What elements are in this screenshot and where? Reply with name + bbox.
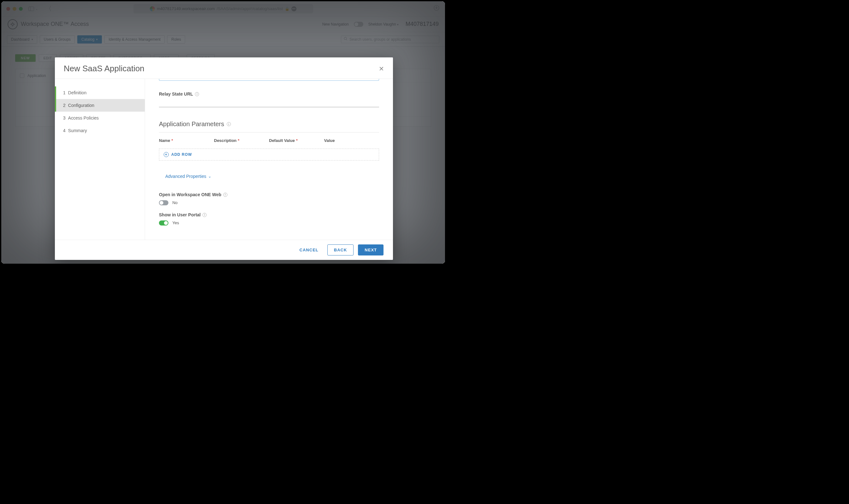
previous-field-edge: [159, 79, 379, 81]
new-saas-app-modal: New SaaS Application ✕ 1Definition 2Conf…: [55, 57, 393, 260]
add-row-button[interactable]: + ADD ROW: [159, 148, 379, 161]
add-row-label: ADD ROW: [171, 152, 192, 157]
show-portal-value: Yes: [172, 220, 179, 225]
plus-circle-icon: +: [164, 152, 169, 157]
open-ws1-toggle[interactable]: [159, 200, 168, 205]
back-button[interactable]: BACK: [327, 245, 354, 255]
close-icon[interactable]: ✕: [379, 65, 384, 73]
step-definition[interactable]: 1Definition: [55, 86, 145, 99]
advanced-properties-toggle[interactable]: Advanced Properties ⌄: [159, 170, 218, 183]
app-params-heading: Application Parameters i: [159, 121, 379, 128]
info-icon[interactable]: i: [195, 92, 199, 96]
info-icon[interactable]: i: [227, 122, 231, 126]
open-ws1-value: No: [172, 200, 178, 205]
info-icon[interactable]: i: [202, 213, 206, 217]
show-portal-toggle[interactable]: [159, 220, 168, 226]
modal-footer: CANCEL BACK NEXT: [55, 240, 393, 260]
divider: [159, 132, 379, 132]
col-description: Description*: [214, 138, 269, 143]
modal-title: New SaaS Application: [64, 64, 144, 73]
modal-header: New SaaS Application ✕: [55, 57, 393, 79]
col-default-value: Default Value*: [269, 138, 324, 143]
browser-window: ⌄ 〈 m407817149.workspaceair.com/SAAS/adm…: [1, 1, 445, 264]
col-name: Name*: [159, 138, 214, 143]
step-configuration[interactable]: 2Configuration: [55, 99, 145, 112]
wizard-content: Relay State URL i Application Parameters…: [145, 79, 393, 240]
col-value: Value: [324, 138, 379, 143]
step-access-policies[interactable]: 3Access Policies: [55, 112, 145, 124]
cancel-button[interactable]: CANCEL: [295, 245, 323, 255]
chevron-down-icon: ⌄: [208, 174, 211, 179]
relay-state-label: Relay State URL i: [159, 91, 379, 96]
step-summary[interactable]: 4Summary: [55, 124, 145, 137]
show-portal-label: Show in User Portal i: [159, 212, 379, 217]
param-columns: Name* Description* Default Value* Value: [159, 138, 379, 143]
wizard-steps: 1Definition 2Configuration 3Access Polic…: [55, 79, 145, 240]
next-button[interactable]: NEXT: [358, 245, 383, 255]
relay-state-input[interactable]: [159, 98, 379, 107]
open-ws1-label: Open in Workspace ONE Web i: [159, 192, 379, 197]
advanced-properties-label: Advanced Properties: [165, 174, 206, 179]
info-icon[interactable]: i: [223, 193, 228, 197]
